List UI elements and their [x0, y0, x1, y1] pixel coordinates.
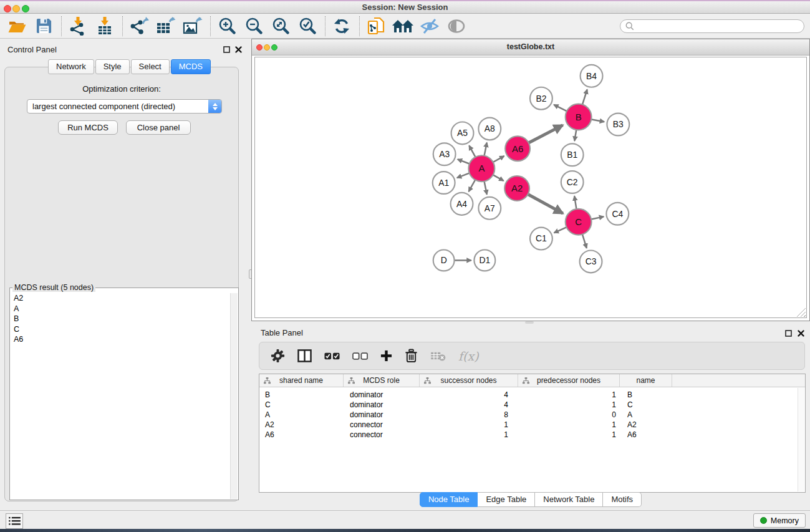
maximize-network-window-button[interactable]: [271, 44, 277, 51]
fullscreen-window-button[interactable]: [22, 5, 29, 12]
export-network-button[interactable]: [128, 16, 150, 37]
copy-network-button[interactable]: [365, 16, 387, 37]
tab-network[interactable]: Network: [48, 59, 94, 74]
column-header-mcds-role[interactable]: MCDS role: [344, 374, 420, 387]
graph-edge-B-B1[interactable]: [574, 129, 576, 141]
table-row[interactable]: Cdominator41C: [259, 400, 805, 410]
graph-edge-C-C1[interactable]: [554, 227, 567, 233]
graph-node-C2[interactable]: C2: [561, 171, 584, 193]
show-all-button[interactable]: [446, 16, 467, 37]
import-table-button[interactable]: [94, 16, 115, 37]
table-scrollbar[interactable]: [798, 388, 804, 491]
graph-node-D1[interactable]: D1: [474, 250, 495, 271]
save-session-button[interactable]: [33, 16, 54, 37]
mcds-result-item[interactable]: B: [11, 314, 229, 324]
tab-style[interactable]: Style: [95, 59, 130, 74]
graph-edge-A6-B[interactable]: [528, 125, 563, 143]
graph-node-A7[interactable]: A7: [478, 197, 501, 220]
graph-edge-A2-C[interactable]: [528, 194, 563, 213]
function-builder-button[interactable]: f(x): [458, 349, 479, 363]
graph-node-C[interactable]: C: [566, 209, 592, 235]
deselect-all-columns-button[interactable]: [352, 352, 368, 360]
close-table-panel-button[interactable]: [797, 329, 805, 337]
graph-edge-A-A1[interactable]: [457, 173, 470, 178]
select-all-columns-button[interactable]: [324, 352, 340, 360]
graph-node-A4[interactable]: A4: [451, 193, 473, 215]
import-network-button[interactable]: [67, 16, 89, 37]
graph-node-D[interactable]: D: [433, 250, 455, 271]
graph-node-A5[interactable]: A5: [451, 122, 474, 145]
delete-table-button[interactable]: [430, 351, 446, 361]
tab-select[interactable]: Select: [131, 59, 170, 74]
float-panel-button[interactable]: [223, 46, 231, 54]
graph-node-B2[interactable]: B2: [530, 87, 552, 110]
graph-edge-A-A3[interactable]: [458, 159, 470, 164]
graph-edge-A-A7[interactable]: [484, 181, 486, 195]
graph-edge-B-B2[interactable]: [554, 105, 567, 112]
zoom-fit-button[interactable]: [270, 16, 291, 37]
graph-node-A3[interactable]: A3: [433, 143, 456, 165]
graph-node-B[interactable]: B: [566, 104, 592, 130]
delete-column-button[interactable]: [405, 349, 418, 363]
open-file-button[interactable]: [6, 16, 27, 37]
close-network-window-button[interactable]: [256, 44, 263, 51]
mcds-list-scrollbar[interactable]: [230, 293, 238, 499]
graph-node-C4[interactable]: C4: [606, 203, 629, 225]
export-table-button[interactable]: [155, 16, 176, 37]
graph-edge-C-C2[interactable]: [574, 196, 576, 210]
graph-edge-B-B3[interactable]: [591, 119, 604, 122]
graph-node-C3[interactable]: C3: [580, 251, 602, 273]
tab-motifs[interactable]: Motifs: [603, 492, 642, 507]
mcds-result-item[interactable]: A: [11, 304, 229, 314]
column-header-successor-nodes[interactable]: successor nodes: [420, 374, 518, 387]
tab-node-table[interactable]: Node Table: [420, 492, 478, 507]
close-panel-action-button[interactable]: Close panel: [126, 120, 191, 135]
close-window-button[interactable]: [4, 5, 11, 12]
graph-edge-A-A8[interactable]: [484, 143, 486, 157]
create-column-button[interactable]: [380, 350, 392, 362]
table-row[interactable]: Bdominator41B: [259, 390, 805, 400]
graph-node-A1[interactable]: A1: [433, 172, 455, 194]
graph-node-B4[interactable]: B4: [581, 65, 603, 87]
tab-network-table[interactable]: Network Table: [535, 492, 603, 507]
graph-node-B1[interactable]: B1: [561, 143, 584, 166]
zoom-in-button[interactable]: [216, 16, 238, 37]
graph-edge-A-A4[interactable]: [469, 180, 476, 192]
minimize-window-button[interactable]: [12, 5, 20, 12]
export-image-button[interactable]: [182, 16, 203, 37]
graph-edge-A-A5[interactable]: [469, 145, 476, 157]
close-panel-button[interactable]: [234, 46, 243, 54]
mcds-result-item[interactable]: C: [11, 324, 229, 335]
search-box[interactable]: [620, 19, 804, 33]
search-input[interactable]: [637, 22, 804, 31]
task-history-button[interactable]: [6, 513, 23, 529]
zoom-out-button[interactable]: [243, 16, 264, 37]
column-header-shared-name[interactable]: shared name: [259, 374, 344, 387]
network-canvas[interactable]: B4B2BB3A5A8A6A3AB1A1C2A2A4A7CC4C1C3DD1: [254, 57, 807, 318]
mcds-result-item[interactable]: A2: [11, 293, 229, 304]
zoom-selected-button[interactable]: [297, 16, 318, 37]
graph-edge-A-A6[interactable]: [493, 156, 504, 162]
column-header-predecessor-nodes[interactable]: predecessor nodes: [518, 374, 620, 387]
graph-edge-B-B4[interactable]: [582, 89, 587, 105]
tab-mcds[interactable]: MCDS: [171, 59, 211, 74]
graph-edge-A-A2[interactable]: [493, 175, 504, 181]
graph-node-A[interactable]: A: [468, 155, 494, 181]
tab-edge-table[interactable]: Edge Table: [478, 492, 535, 507]
graph-node-C1[interactable]: C1: [530, 228, 552, 250]
horizontal-splitter-handle[interactable]: [525, 321, 534, 324]
show-column-panel-button[interactable]: [297, 349, 312, 362]
column-header-name[interactable]: name: [620, 374, 672, 387]
mcds-result-item[interactable]: A6: [11, 334, 229, 345]
graph-node-A8[interactable]: A8: [478, 118, 501, 140]
graph-node-A2[interactable]: A2: [504, 176, 529, 201]
graph-node-A6[interactable]: A6: [505, 136, 530, 161]
memory-button[interactable]: Memory: [753, 513, 806, 528]
graph-edge-C-C4[interactable]: [591, 216, 604, 219]
float-table-panel-button[interactable]: [784, 329, 793, 337]
graph-edge-C-C3[interactable]: [582, 234, 587, 248]
table-row[interactable]: Adominator80A: [259, 410, 805, 420]
hide-selected-button[interactable]: [419, 16, 440, 37]
refresh-button[interactable]: [331, 16, 352, 37]
minimize-network-window-button[interactable]: [264, 44, 270, 51]
